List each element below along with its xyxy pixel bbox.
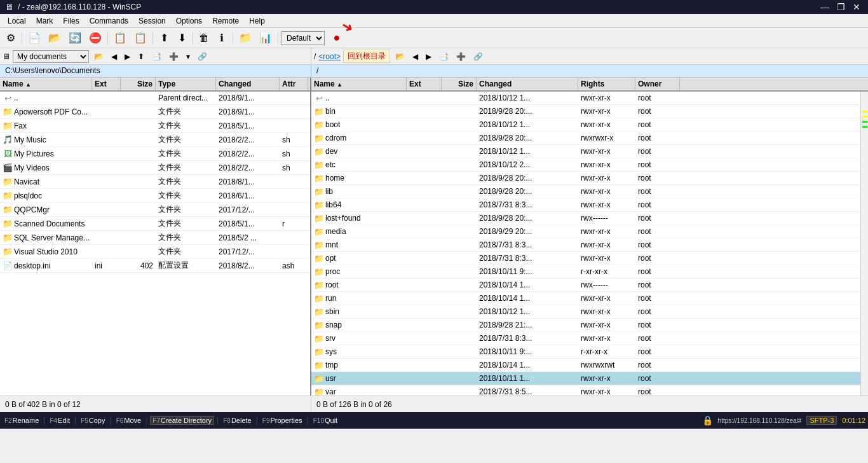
list-item[interactable]: 📁media 2018/9/29 20:... rwxr-xr-x root [311, 225, 860, 238]
list-item[interactable]: 📁run 2018/10/14 1... rwxr-xr-x root [311, 292, 860, 305]
left-col-name[interactable]: Name ▲ [0, 78, 92, 90]
menu-local[interactable]: Local [3, 15, 31, 27]
menu-commands[interactable]: Commands [85, 15, 133, 27]
maximize-button[interactable]: ❐ [834, 2, 848, 12]
titlebar-controls[interactable]: — ❐ ✕ [818, 2, 863, 12]
toolbar-download[interactable]: ⬇ [173, 30, 190, 46]
session-icon[interactable]: ● [329, 30, 345, 46]
list-item[interactable]: 📁lib 2018/9/28 20:... rwxr-xr-x root [311, 185, 860, 198]
profile-select[interactable]: Default [281, 31, 325, 45]
right-bookmark-btn[interactable]: 📑 [437, 51, 451, 62]
list-item[interactable]: 📁SQL Server Manage... 文件夹 2018/5/2 ... [0, 231, 310, 245]
list-item[interactable]: 📁sys 2018/10/11 9:... r-xr-xr-x root [311, 345, 860, 359]
right-col-changed[interactable]: Changed [477, 78, 578, 90]
list-item[interactable]: 📁home 2018/9/28 20:... rwxr-xr-x root [311, 172, 860, 185]
list-item[interactable]: 📁var 2018/7/31 8:5... rwxr-xr-x root [311, 385, 860, 396]
list-item[interactable]: 📁mnt 2018/7/31 8:3... rwxr-xr-x root [311, 238, 860, 252]
list-item[interactable]: 📁srv 2018/7/31 8:3... rwxr-xr-x root [311, 332, 860, 345]
f7-key[interactable]: F7 Create Directory [150, 416, 214, 425]
toolbar-properties[interactable]: ℹ [214, 30, 230, 46]
toolbar-settings[interactable]: ⚙ [3, 30, 19, 46]
left-browse-btn[interactable]: ▾ [184, 51, 193, 62]
minimize-button[interactable]: — [818, 2, 832, 12]
right-col-rights[interactable]: Rights [578, 78, 635, 90]
toolbar-stop[interactable]: ⛔ [86, 30, 105, 46]
menu-files[interactable]: Files [58, 15, 84, 27]
left-col-attr[interactable]: Attr [280, 78, 308, 90]
list-item[interactable]: 📁lost+found 2018/9/28 20:... rwx------ r… [311, 212, 860, 225]
list-item[interactable]: 📁etc 2018/10/12 2... rwxr-xr-x root [311, 158, 860, 172]
toolbar-delete[interactable]: 🗑 [196, 30, 212, 46]
f8-key[interactable]: F8 Delete [221, 417, 253, 424]
f9-key[interactable]: F9 Properties [261, 417, 304, 424]
menu-options[interactable]: Options [171, 15, 207, 27]
list-item[interactable]: 📁Apowersoft PDF Co... 文件夹 2018/9/1... [0, 105, 310, 119]
list-item[interactable]: 📁root 2018/10/14 1... rwx------ root [311, 279, 860, 292]
list-item[interactable]: 📁lib64 2018/7/31 8:3... rwxr-xr-x root [311, 198, 860, 212]
menu-mark[interactable]: Mark [31, 15, 58, 27]
left-file-list[interactable]: ↩.. Parent direct... 2018/9/1... 📁Apower… [0, 92, 310, 396]
right-add-btn[interactable]: ➕ [454, 51, 468, 62]
menu-help[interactable]: Help [244, 15, 270, 27]
goto-root-button[interactable]: 回到根目录 [343, 50, 390, 63]
right-col-owner[interactable]: Owner [635, 78, 680, 90]
f2-key[interactable]: F2 Rename [3, 417, 41, 424]
right-folder-btn[interactable]: 📂 [393, 51, 407, 62]
right-col-size[interactable]: Size [442, 78, 477, 90]
left-col-ext[interactable]: Ext [92, 78, 121, 90]
left-forward-btn[interactable]: ▶ [122, 51, 133, 62]
toolbar-mkdir[interactable]: 📁 [236, 30, 255, 46]
list-item[interactable]: 🖼My Pictures 文件夹 2018/2/2... sh [0, 147, 310, 161]
list-item[interactable]: 📁sbin 2018/10/12 1... rwxr-xr-x root [311, 305, 860, 319]
list-item[interactable]: 📁bin 2018/9/28 20:... rwxr-xr-x root [311, 105, 860, 118]
right-file-list[interactable]: ↩.. 2018/10/12 1... rwxr-xr-x root 📁bin … [311, 92, 868, 396]
toolbar-queue[interactable]: 📊 [256, 30, 275, 46]
toolbar-upload[interactable]: ⬆ [156, 30, 172, 46]
menu-session[interactable]: Session [133, 15, 171, 27]
list-item[interactable]: 📁plsqldoc 文件夹 2018/6/1... [0, 189, 310, 203]
toolbar-refresh[interactable]: 🔄 [65, 30, 85, 46]
list-item[interactable]: 🎵My Music 文件夹 2018/2/2... sh [0, 133, 310, 147]
menu-remote[interactable]: Remote [207, 15, 244, 27]
left-back-btn[interactable]: ◀ [109, 51, 119, 62]
left-bookmark-btn[interactable]: 📑 [149, 51, 164, 62]
left-add-btn[interactable]: ➕ [166, 51, 181, 62]
f6-key[interactable]: F6 Move [114, 417, 144, 424]
list-item[interactable]: 📁snap 2018/9/28 21:... rwxr-xr-x root [311, 319, 860, 332]
toolbar-open[interactable]: 📂 [45, 30, 64, 46]
list-item[interactable]: ➜ 📁usr 2018/10/11 1... rwxr-xr-x root [311, 372, 860, 385]
list-item[interactable]: 📁Fax 文件夹 2018/5/1... [0, 119, 310, 133]
list-item[interactable]: ↩.. Parent direct... 2018/9/1... [0, 92, 310, 105]
toolbar-copy[interactable]: 📋 [111, 30, 130, 46]
left-link-btn[interactable]: 🔗 [195, 51, 210, 62]
right-link-btn[interactable]: 🔗 [471, 51, 485, 62]
list-item[interactable]: 📁boot 2018/10/12 1... rwxr-xr-x root [311, 118, 860, 132]
list-item[interactable]: 📁Scanned Documents 文件夹 2018/5/1... r [0, 217, 310, 231]
left-folder-btn[interactable]: 📂 [92, 51, 106, 62]
list-item[interactable]: 📁proc 2018/10/11 9:... r-xr-xr-x root [311, 265, 860, 279]
list-item[interactable]: 📁QQPCMgr 文件夹 2017/12/... [0, 203, 310, 217]
list-item[interactable]: 📁dev 2018/10/12 1... rwxr-xr-x root [311, 145, 860, 158]
left-up-btn[interactable]: ⬆ [135, 51, 147, 62]
list-item[interactable]: 📄desktop.ini ini 402 配置设置 2018/8/2... as… [0, 259, 310, 273]
right-col-ext[interactable]: Ext [407, 78, 442, 90]
right-root-link[interactable]: <root> [318, 52, 341, 61]
list-item[interactable]: 📁cdrom 2018/9/28 20:... rwxrwxr-x root [311, 132, 860, 145]
right-forward-btn[interactable]: ▶ [423, 51, 434, 62]
list-item[interactable]: 📁Visual Studio 2010 文件夹 2017/12/... [0, 245, 310, 259]
f4-key[interactable]: F4 Edit [48, 417, 72, 424]
left-col-size[interactable]: Size [121, 78, 156, 90]
list-item[interactable]: 📁opt 2018/7/31 8:3... rwxr-xr-x root [311, 252, 860, 265]
list-item[interactable]: 📁Navicat 文件夹 2018/8/1... [0, 175, 310, 189]
right-back-btn[interactable]: ◀ [410, 51, 421, 62]
f10-key[interactable]: F10 Quit [311, 417, 339, 424]
left-col-type[interactable]: Type [156, 78, 216, 90]
left-path-select[interactable]: My documents [13, 50, 89, 63]
left-col-changed[interactable]: Changed [216, 78, 280, 90]
list-item[interactable]: 🎬My Videos 文件夹 2018/2/2... sh [0, 161, 310, 175]
toolbar-paste[interactable]: 📋 [131, 30, 150, 46]
list-item[interactable]: ↩.. 2018/10/12 1... rwxr-xr-x root [311, 92, 860, 105]
right-col-name[interactable]: Name ▲ [311, 78, 407, 90]
list-item[interactable]: 📁tmp 2018/10/14 1... rwxrwxrwt root [311, 359, 860, 372]
f5-key[interactable]: F5 Copy [79, 417, 107, 424]
